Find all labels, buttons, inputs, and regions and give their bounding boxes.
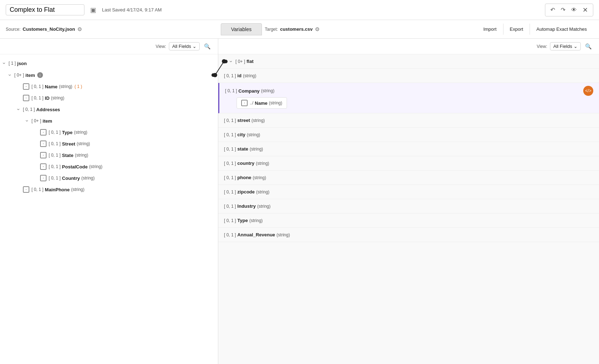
source-view-select[interactable]: All Fields ⌄ [169, 42, 200, 50]
target-phone-type: (string) [253, 175, 266, 180]
target-state-type: (string) [250, 147, 263, 152]
item-conn-dot[interactable] [211, 73, 215, 77]
postalcode-name: PostalCode [62, 164, 88, 169]
target-row-street[interactable]: [ 0, 1 ] street (string) [218, 113, 599, 128]
target-row-company[interactable]: [ 0, 1 ] Company (string) </> ../ Name (… [218, 83, 599, 113]
target-settings-icon[interactable]: ⚙ [315, 26, 320, 33]
target-section: Target: customers.csv ⚙ [265, 26, 477, 33]
target-row-annual[interactable]: [ 0, 1 ] Annual_Revenue (string) [218, 228, 599, 242]
export-button[interactable]: Export [503, 24, 530, 35]
addr-item-chevron[interactable] [26, 118, 31, 124]
source-root-node[interactable]: [ 1 ] json [0, 57, 218, 69]
target-street-name: street [237, 118, 250, 123]
state-bracket: [ 0, 1 ] [49, 153, 60, 158]
postalcode-type: (string) [89, 164, 102, 169]
source-node-state[interactable]: [ 0, 1 ] State (string) [0, 149, 218, 161]
source-node-country[interactable]: [ 0, 1 ] Country (string) [0, 172, 218, 184]
automap-button[interactable]: Automap Exact Matches [530, 24, 593, 35]
source-node-name[interactable]: [ 0, 1 ] Name (string) ( 1 ) [0, 81, 218, 92]
redo-button[interactable]: ↷ [559, 6, 568, 14]
source-node-street[interactable]: [ 0, 1 ] Street (string) [0, 138, 218, 149]
target-country-bracket: [ 0, 1 ] [224, 161, 236, 166]
target-row-city[interactable]: [ 0, 1 ] city (string) [218, 128, 599, 142]
id-field-icon [23, 95, 29, 101]
target-view-label: View: [537, 44, 547, 49]
main-content: View: All Fields ⌄ 🔍 [ 1 ] json [ [0, 39, 599, 364]
target-state-bracket: [ 0, 1 ] [224, 147, 236, 152]
name-bracket: [ 0, 1 ] [31, 84, 43, 89]
source-node-type[interactable]: [ 0, 1 ] Type (string) [0, 127, 218, 138]
sub-item-bracket: ../ [250, 100, 253, 105]
target-row-zipcode[interactable]: [ 0, 1 ] zipcode (string) [218, 185, 599, 199]
source-node-addresses[interactable]: [ 0, 1 ] Addresses [0, 104, 218, 115]
country-type: (string) [81, 176, 94, 181]
item-bracket: [ 0+ ] [14, 73, 24, 78]
target-search-button[interactable]: 🔍 [584, 43, 593, 50]
addresses-bracket: [ 0, 1 ] [23, 107, 35, 112]
addr-item-bracket: [ 0+ ] [31, 118, 41, 123]
target-company-sub-item[interactable]: ../ Name (string) [237, 97, 287, 109]
target-row-id[interactable]: [ 0, 1 ] id (string) [218, 69, 599, 83]
target-view-select[interactable]: All Fields ⌄ [550, 42, 581, 50]
source-view-value: All Fields [172, 44, 191, 49]
target-id-name: id [237, 73, 242, 78]
source-search-button[interactable]: 🔍 [203, 43, 212, 50]
chevron-down-icon: ⌄ [193, 44, 196, 49]
target-root-node[interactable]: [ 0+ ] flat [218, 54, 599, 69]
source-filename: Customers_NoCity.json [23, 26, 75, 32]
target-company-type: (string) [261, 88, 274, 93]
target-view-bar: View: All Fields ⌄ 🔍 [218, 39, 599, 54]
variables-tab[interactable]: Variables [221, 23, 262, 35]
source-panel: View: All Fields ⌄ 🔍 [ 1 ] json [ [0, 39, 218, 364]
name-badge: ( 1 ) [74, 84, 82, 89]
target-industry-bracket: [ 0, 1 ] [224, 204, 236, 209]
mainphone-type: (string) [71, 187, 84, 192]
target-root-name: flat [247, 59, 254, 64]
import-button[interactable]: Import [477, 24, 503, 35]
item-name: item [25, 73, 35, 78]
source-node-item[interactable]: [ 0+ ] item i [0, 69, 218, 81]
title-input[interactable] [6, 4, 84, 15]
mainphone-name: MainPhone [45, 187, 69, 192]
root-name: json [17, 61, 27, 66]
close-button[interactable]: ✕ [580, 5, 590, 15]
target-row-type[interactable]: [ 0, 1 ] Type (string) [218, 213, 599, 228]
undo-button[interactable]: ↶ [548, 6, 557, 14]
source-node-addr-item[interactable]: [ 0+ ] item [0, 115, 218, 127]
target-row-state[interactable]: [ 0, 1 ] state (string) [218, 142, 599, 156]
name-name: Name [45, 84, 57, 89]
item-chevron[interactable] [9, 72, 14, 78]
target-row-country[interactable]: [ 0, 1 ] country (string) [218, 156, 599, 171]
country-name: Country [62, 176, 80, 181]
source-view-bar: View: All Fields ⌄ 🔍 [0, 39, 218, 54]
street-name: Street [62, 141, 75, 147]
target-type-bracket: [ 0, 1 ] [224, 218, 236, 223]
target-company-name: Company [238, 88, 259, 94]
source-node-id[interactable]: [ 0, 1 ] ID (string) [0, 92, 218, 104]
root-chevron[interactable] [3, 60, 9, 66]
toolbar-actions: Import Export Automap Exact Matches [477, 24, 593, 35]
target-annual-type: (string) [277, 232, 290, 237]
target-annual-bracket: [ 0, 1 ] [224, 232, 236, 237]
name-type: (string) [59, 84, 72, 89]
addresses-chevron[interactable] [17, 107, 23, 112]
source-node-postalcode[interactable]: [ 0, 1 ] PostalCode (string) [0, 161, 218, 172]
street-field-icon [40, 141, 47, 147]
target-root-chevron[interactable] [230, 59, 235, 64]
target-street-type: (string) [252, 118, 265, 123]
source-label: Source: [6, 27, 20, 32]
target-company-code-icon[interactable]: </> [583, 86, 593, 96]
target-conn-dot[interactable] [224, 60, 228, 63]
item-info-icon[interactable]: i [37, 72, 43, 78]
state-type: (string) [75, 153, 88, 158]
header: ▣ Last Saved 4/17/24, 9:17 AM ↶ ↷ 👁 ✕ [0, 0, 599, 20]
target-row-phone[interactable]: [ 0, 1 ] phone (string) [218, 171, 599, 185]
source-node-mainphone[interactable]: [ 0, 1 ] MainPhone (string) [0, 184, 218, 195]
target-list: [ 0+ ] flat [ 0, 1 ] id (string) [ 0, 1 … [218, 54, 599, 364]
type-name: Type [62, 130, 72, 135]
target-city-type: (string) [247, 132, 260, 137]
target-row-industry[interactable]: [ 0, 1 ] Industry (string) [218, 199, 599, 213]
source-settings-icon[interactable]: ⚙ [77, 26, 82, 33]
preview-button[interactable]: 👁 [569, 6, 579, 14]
target-id-bracket: [ 0, 1 ] [224, 73, 236, 78]
